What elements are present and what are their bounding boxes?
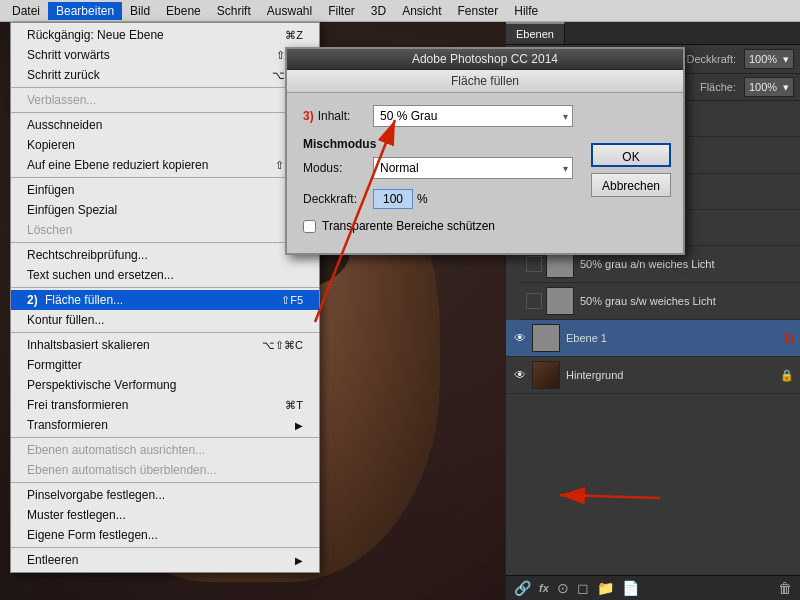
- layer-ebene1-eye[interactable]: 👁: [512, 330, 528, 346]
- menu-item-schritt-zurueck[interactable]: Schritt zurück ⌥⌘Z: [11, 65, 319, 85]
- menu-item-eigene-form[interactable]: Eigene Form festlegen...: [11, 525, 319, 545]
- menu-datei[interactable]: Datei: [4, 2, 48, 20]
- dialog-title: Fläche füllen: [287, 70, 683, 93]
- menu-schrift[interactable]: Schrift: [209, 2, 259, 20]
- layer-hintergrund[interactable]: 👁 Hintergrund 🔒: [506, 357, 800, 394]
- menu-ansicht[interactable]: Ansicht: [394, 2, 449, 20]
- dialog-app-title: Adobe Photoshop CC 2014: [287, 49, 683, 70]
- menu-item-perspektivische-verformung[interactable]: Perspektivische Verformung: [11, 375, 319, 395]
- folder-icon[interactable]: 📁: [597, 580, 614, 596]
- fx-icon[interactable]: fx: [539, 582, 549, 594]
- menu-filter[interactable]: Filter: [320, 2, 363, 20]
- menu-item-pinselvorgabe[interactable]: Pinselvorgabe festlegen...: [11, 485, 319, 505]
- new-layer-icon[interactable]: 📄: [622, 580, 639, 596]
- menu-item-kontur-fuellen[interactable]: Kontur füllen...: [11, 310, 319, 330]
- layers-tab-bar: Ebenen: [506, 22, 800, 45]
- dialog-body: 3) Inhalt: 50 % Grau ▾ Mischmodus Modus:…: [287, 93, 683, 253]
- separator-9: [11, 547, 319, 548]
- menu-item-entleeren[interactable]: Entleeren ▶: [11, 550, 319, 570]
- menu-fenster[interactable]: Fenster: [450, 2, 507, 20]
- layers-footer: 🔗 fx ⊙ ◻ 📁 📄 🗑: [506, 575, 800, 600]
- dialog-checkbox-row: Transparente Bereiche schützen: [303, 219, 573, 233]
- transparente-bereiche-label: Transparente Bereiche schützen: [322, 219, 495, 233]
- layer-hintergrund-lock: 🔒: [780, 369, 794, 382]
- layer-hintergrund-name: Hintergrund: [566, 369, 776, 381]
- layer-grau50s-name: 50% grau s/w weiches Licht: [580, 295, 794, 307]
- separator-5: [11, 287, 319, 288]
- deckkraft-input[interactable]: [373, 189, 413, 209]
- inhalt-select-arrow: ▾: [563, 111, 568, 122]
- modus-select[interactable]: Normal ▾: [373, 157, 573, 179]
- menu-item-inhaltsbasiert-skalieren[interactable]: Inhaltsbasiert skalieren ⌥⇧⌘C: [11, 335, 319, 355]
- menu-item-rechtschreibpruefung[interactable]: Rechtschreibprüfung...: [11, 245, 319, 265]
- layer-ebene1-name: Ebene 1: [566, 332, 775, 344]
- menu-ebene[interactable]: Ebene: [158, 2, 209, 20]
- layer-ebene1-step: 1): [783, 331, 794, 345]
- layer-grau50w-name: 50% grau a/n weiches Licht: [580, 258, 794, 270]
- menu-item-frei-transformieren[interactable]: Frei transformieren ⌘T: [11, 395, 319, 415]
- menu-item-rueckgaengig[interactable]: Rückgängig: Neue Ebene ⌘Z: [11, 25, 319, 45]
- layers-fill-input[interactable]: 100% ▾: [744, 77, 794, 97]
- deckkraft-percent: %: [417, 192, 428, 206]
- menu-item-suchen-ersetzen[interactable]: Text suchen und ersetzen...: [11, 265, 319, 285]
- menu-item-reduziert-kopieren[interactable]: Auf eine Ebene reduziert kopieren ⇧⌘C: [11, 155, 319, 175]
- separator-6: [11, 332, 319, 333]
- menu-item-muster-festlegen[interactable]: Muster festlegen...: [11, 505, 319, 525]
- menu-item-ausschneiden[interactable]: Ausschneiden ⌘X: [11, 115, 319, 135]
- mischmode-section-label: Mischmodus: [303, 137, 573, 151]
- menu-3d[interactable]: 3D: [363, 2, 394, 20]
- layers-tab[interactable]: Ebenen: [506, 22, 565, 44]
- layer-grau50s[interactable]: 👁 50% grau s/w weiches Licht: [520, 283, 800, 320]
- menu-item-schritt-vorwaerts[interactable]: Schritt vorwärts ⇧⌘Z: [11, 45, 319, 65]
- layer-grau50w-eye[interactable]: 👁: [526, 256, 542, 272]
- dialog-deckkraft-row: Deckkraft: %: [303, 189, 573, 209]
- menu-item-transformieren[interactable]: Transformieren ▶: [11, 415, 319, 435]
- deckkraft-label: Deckkraft:: [303, 192, 373, 206]
- layer-grau50s-thumb: [546, 287, 574, 315]
- dialog-modus-row: Modus: Normal ▾: [303, 157, 573, 179]
- layer-grau50s-eye[interactable]: 👁: [526, 293, 542, 309]
- flaeche-label-layers: Fläche:: [700, 81, 736, 93]
- menu-item-formgitter[interactable]: Formgitter: [11, 355, 319, 375]
- link-icon[interactable]: 🔗: [514, 580, 531, 596]
- dialog-buttons: OK Abbrechen: [591, 143, 671, 197]
- flaeche-fuellen-dialog: Adobe Photoshop CC 2014 Fläche füllen 3)…: [285, 47, 685, 255]
- menu-item-ebenen-uberblenden: Ebenen automatisch überblenden...: [11, 460, 319, 480]
- layer-hintergrund-eye[interactable]: 👁: [512, 367, 528, 383]
- deckkraft-label-layers: Deckkraft:: [686, 53, 736, 65]
- menu-item-kopieren[interactable]: Kopieren ⌘C: [11, 135, 319, 155]
- inhalt-select-wrapper: 50 % Grau ▾: [373, 105, 573, 127]
- menu-bar: Datei Bearbeiten Bild Ebene Schrift Ausw…: [0, 0, 800, 22]
- menu-bearbeiten[interactable]: Bearbeiten: [48, 2, 122, 20]
- modus-select-wrapper: Normal ▾: [373, 157, 573, 179]
- menu-item-ebenen-ausrichten: Ebenen automatisch ausrichten...: [11, 440, 319, 460]
- new-fill-layer-icon[interactable]: ⊙: [557, 580, 569, 596]
- transparente-bereiche-checkbox[interactable]: [303, 220, 316, 233]
- mask-icon[interactable]: ◻: [577, 580, 589, 596]
- menu-hilfe[interactable]: Hilfe: [506, 2, 546, 20]
- dialog-inhalt-row: 3) Inhalt: 50 % Grau ▾: [303, 105, 573, 127]
- menu-item-loeschen: Löschen: [11, 220, 319, 240]
- inhalt-select[interactable]: 50 % Grau ▾: [373, 105, 573, 127]
- layer-ebene1-thumb: [532, 324, 560, 352]
- menu-auswahl[interactable]: Auswahl: [259, 2, 320, 20]
- separator-3: [11, 177, 319, 178]
- layers-opacity-input[interactable]: 100% ▾: [744, 49, 794, 69]
- separator-8: [11, 482, 319, 483]
- modus-label: Modus:: [303, 161, 373, 175]
- separator-7: [11, 437, 319, 438]
- menu-item-einfuegen-spezial[interactable]: Einfügen Spezial: [11, 200, 319, 220]
- dialog-ok-button[interactable]: OK: [591, 143, 671, 167]
- inhalt-label: 3) Inhalt:: [303, 109, 373, 123]
- separator-2: [11, 112, 319, 113]
- menu-item-einfuegen[interactable]: Einfügen ⌘V: [11, 180, 319, 200]
- menu-item-flaeche-fuellen[interactable]: 2) Fläche füllen... ⇧F5: [11, 290, 319, 310]
- modus-select-arrow: ▾: [563, 163, 568, 174]
- dialog-cancel-button[interactable]: Abbrechen: [591, 173, 671, 197]
- layer-ebene1[interactable]: 👁 Ebene 1 1): [506, 320, 800, 357]
- main-area: Rückgängig: Neue Ebene ⌘Z Schritt vorwär…: [0, 22, 800, 600]
- layer-hintergrund-thumb: [532, 361, 560, 389]
- separator-1: [11, 87, 319, 88]
- trash-icon[interactable]: 🗑: [778, 580, 792, 596]
- menu-bild[interactable]: Bild: [122, 2, 158, 20]
